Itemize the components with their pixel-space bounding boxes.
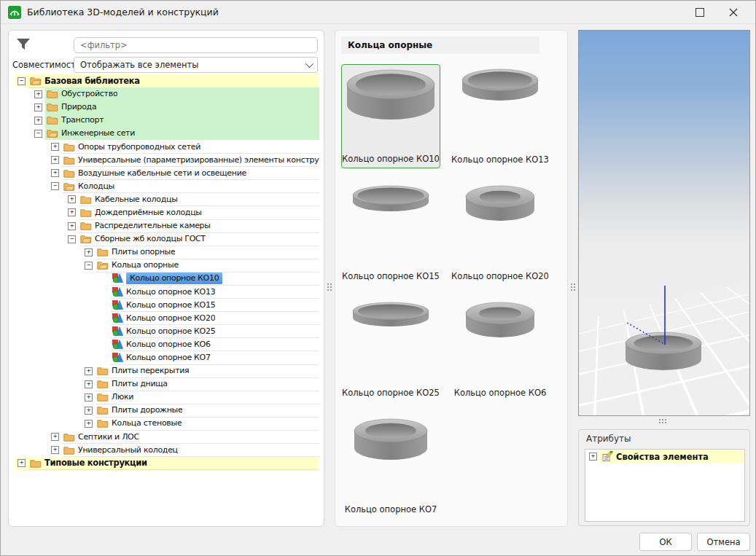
folder-icon bbox=[63, 445, 75, 455]
tree-item[interactable]: +Опоры трубопроводных сетей bbox=[15, 140, 319, 153]
tree-item[interactable]: +Плиты дорожные bbox=[15, 404, 319, 417]
expand-icon[interactable]: + bbox=[68, 208, 76, 216]
preview-3d[interactable] bbox=[578, 30, 750, 416]
tree-item[interactable]: +Плиты днища bbox=[15, 377, 319, 391]
tree-item-label: Сборные жб колодцы ГОСТ bbox=[95, 234, 206, 243]
tree-item[interactable]: +Дождеприёмные колодцы bbox=[15, 206, 319, 219]
splitter-preview[interactable] bbox=[659, 419, 666, 423]
folder-icon bbox=[47, 102, 58, 111]
tree-item[interactable]: Кольцо опорное КО20 bbox=[15, 312, 319, 325]
expand-icon[interactable]: + bbox=[85, 380, 93, 388]
expand-icon[interactable]: + bbox=[85, 367, 93, 375]
gallery-item[interactable]: Кольцо опорное КО20 bbox=[451, 181, 550, 285]
collapse-icon[interactable]: − bbox=[51, 182, 59, 190]
filter-icon bbox=[16, 38, 31, 53]
compatibility-select[interactable]: Отображать все элементы bbox=[74, 57, 318, 73]
expand-icon[interactable]: + bbox=[85, 393, 93, 402]
folder-icon bbox=[80, 195, 92, 204]
tree-item[interactable]: +Плиты опорные bbox=[15, 246, 319, 259]
tree-item-label: Универсальные (параметризированные) элем… bbox=[78, 155, 319, 165]
collapse-icon[interactable]: − bbox=[85, 262, 93, 270]
collapse-icon[interactable]: − bbox=[34, 130, 42, 138]
splitter-left[interactable] bbox=[327, 283, 332, 291]
maximize-button[interactable] bbox=[684, 1, 716, 23]
tree-item[interactable]: Кольцо опорное КО6 bbox=[15, 338, 319, 351]
expand-icon[interactable]: + bbox=[589, 453, 597, 461]
gallery-item[interactable]: Кольцо опорное КО13 bbox=[451, 64, 550, 168]
properties-icon bbox=[602, 451, 613, 462]
compatibility-label: Совместимость bbox=[12, 60, 81, 70]
tree-item[interactable]: +Транспорт bbox=[15, 114, 319, 127]
tree-item-label: Природа bbox=[61, 102, 96, 111]
tree-item[interactable]: +Природа bbox=[15, 101, 319, 114]
gallery-item[interactable]: Кольцо опорное КО25 bbox=[341, 297, 440, 402]
tree-item[interactable]: −Базовая библиотека bbox=[15, 74, 319, 87]
filter-input[interactable] bbox=[74, 37, 318, 53]
gallery-cell: Кольцо опорное КО25 bbox=[339, 296, 448, 412]
expand-icon[interactable]: + bbox=[34, 103, 42, 111]
tree-item[interactable]: −Кольца опорные bbox=[15, 259, 319, 272]
expand-icon[interactable]: + bbox=[85, 407, 93, 415]
model-3d-icon bbox=[112, 287, 123, 297]
window-title: Библиотека 3D-моделей и конструкций bbox=[27, 7, 219, 17]
close-icon bbox=[729, 8, 738, 17]
folder-icon bbox=[63, 168, 75, 178]
expand-icon[interactable]: + bbox=[51, 156, 59, 164]
tree-item[interactable]: −Инженерные сети bbox=[15, 127, 319, 140]
model-thumbnail bbox=[451, 68, 550, 103]
expand-icon[interactable]: + bbox=[68, 222, 76, 230]
expand-icon[interactable]: + bbox=[68, 195, 76, 203]
tree-item[interactable]: −Сборные жб колодцы ГОСТ bbox=[15, 232, 319, 246]
folder-icon bbox=[97, 418, 109, 428]
ok-button[interactable]: ОК bbox=[639, 533, 692, 551]
expand-icon[interactable]: + bbox=[85, 420, 93, 428]
folder-icon bbox=[63, 142, 75, 152]
attributes-root-item[interactable]: + Свойства элемента bbox=[585, 450, 744, 463]
tree-item[interactable]: +Распределительные камеры bbox=[15, 219, 319, 232]
model-label: Кольцо опорное КО13 bbox=[451, 154, 550, 165]
tree-item[interactable]: +Типовые конструкции bbox=[15, 457, 319, 470]
tree-item[interactable]: +Воздушные кабельные сети и освещение bbox=[15, 167, 319, 180]
expand-icon[interactable]: + bbox=[85, 248, 93, 257]
tree-item[interactable]: +Люки bbox=[15, 391, 319, 404]
tree-item[interactable]: Кольцо опорное КО25 bbox=[15, 325, 319, 338]
folder-icon bbox=[63, 432, 75, 442]
gallery-item[interactable]: Кольцо опорное КО6 bbox=[451, 297, 550, 402]
gallery-item[interactable]: Кольцо опорное КО7 bbox=[341, 414, 440, 518]
tree-item-label: Кольцо опорное КО6 bbox=[126, 340, 211, 349]
expand-icon[interactable]: + bbox=[34, 117, 42, 125]
splitter-right[interactable] bbox=[571, 283, 575, 291]
gallery-panel: Кольца опорные Кольцо опорное КО10Кольцо… bbox=[335, 30, 568, 527]
tree-item[interactable]: +Септики и ЛОС bbox=[15, 431, 319, 444]
tree-item[interactable]: +Обустройство bbox=[15, 87, 319, 101]
collapse-icon[interactable]: − bbox=[68, 235, 76, 243]
expand-icon[interactable]: + bbox=[51, 169, 59, 177]
tree-item[interactable]: −Колодцы bbox=[15, 180, 319, 193]
tree-item[interactable]: Кольцо опорное КО10 bbox=[15, 272, 319, 285]
expand-icon[interactable]: + bbox=[17, 459, 26, 467]
tree-item[interactable]: +Универсальный колодец bbox=[15, 444, 319, 457]
tree-item-label: Дождеприёмные колодцы bbox=[95, 208, 202, 217]
expand-icon[interactable]: + bbox=[34, 90, 42, 98]
gallery-item[interactable]: Кольцо опорное КО10 bbox=[341, 64, 440, 168]
tree-item[interactable]: +Плиты перекрытия bbox=[15, 364, 319, 377]
expand-icon[interactable]: + bbox=[51, 433, 59, 441]
gallery-item[interactable]: Кольцо опорное КО15 bbox=[341, 181, 440, 285]
close-button[interactable] bbox=[717, 1, 749, 23]
expand-icon[interactable]: + bbox=[51, 446, 59, 454]
model-label: Кольцо опорное КО6 bbox=[451, 388, 550, 398]
tree-item[interactable]: Кольцо опорное КО7 bbox=[15, 351, 319, 364]
gallery-header: Кольца опорные bbox=[341, 36, 539, 54]
tree-item[interactable]: Кольцо опорное КО13 bbox=[15, 286, 319, 299]
cancel-button[interactable]: Отмена bbox=[697, 533, 750, 551]
tree-item-label: Колодцы bbox=[78, 181, 114, 191]
tree-item-label: Универсальный колодец bbox=[78, 445, 178, 455]
tree-item[interactable]: +Кольца стеновые bbox=[15, 417, 319, 430]
tree-item[interactable]: +Универсальные (параметризированные) эле… bbox=[15, 154, 319, 167]
tree-item[interactable]: Кольцо опорное КО15 bbox=[15, 299, 319, 312]
model-label: Кольцо опорное КО20 bbox=[451, 271, 550, 281]
model-label: Кольцо опорное КО15 bbox=[341, 271, 440, 281]
expand-icon[interactable]: + bbox=[51, 143, 59, 151]
tree-item[interactable]: +Кабельные колодцы bbox=[15, 193, 319, 206]
collapse-icon[interactable]: − bbox=[17, 77, 26, 85]
